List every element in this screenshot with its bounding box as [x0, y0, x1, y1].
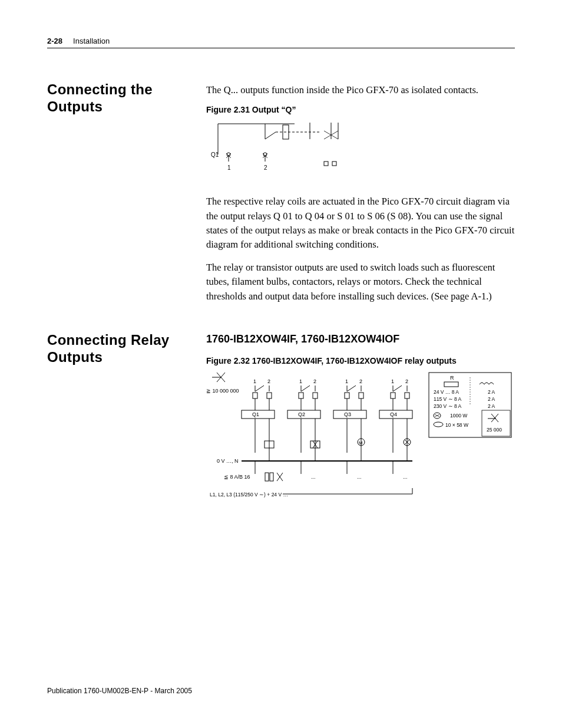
svg-rect-20 [405, 393, 409, 398]
svg-rect-15 [345, 393, 349, 398]
fuse-label: ≦ 8 A/B 16 [224, 474, 250, 480]
publication-footer: Publication 1760-UM002B-EN-P - March 200… [47, 687, 192, 695]
svg-text:...: ... [311, 474, 316, 480]
svg-rect-8 [267, 393, 272, 398]
zero-v-label: 0 V …, N [217, 458, 239, 464]
svg-rect-41 [444, 382, 458, 387]
svg-text:Q1: Q1 [252, 411, 259, 417]
svg-text:Q4: Q4 [390, 411, 397, 417]
q1-label: Q1 [211, 151, 219, 158]
life-cycles-label: ≧ 10 000 000 [206, 388, 239, 394]
supply-label: L1, L2, L3 (115/250 V ∼) + 24 V … [210, 492, 288, 498]
svg-rect-7 [253, 393, 257, 398]
intro-paragraph: The Q... outputs function inside the Pic… [206, 84, 515, 97]
svg-rect-12 [313, 393, 318, 398]
svg-rect-11 [299, 393, 303, 398]
svg-text:...: ... [357, 474, 362, 480]
ratings-box: R 24 V … 8 A 2 A 115 V ∼ 8 A 2 A 230 V ∼… [429, 373, 511, 437]
figure-2-31: Q1 1 2 [206, 119, 359, 184]
svg-text:2 A: 2 A [488, 403, 495, 409]
svg-rect-34 [265, 473, 269, 481]
svg-rect-19 [391, 393, 395, 398]
svg-text:R: R [450, 375, 454, 381]
svg-text:Q3: Q3 [344, 411, 351, 417]
running-head: 2-28 Installation [47, 37, 515, 48]
svg-text:1000 W: 1000 W [450, 413, 467, 419]
svg-text:M: M [359, 440, 363, 446]
section1-para1: The respective relay coils are actuated … [206, 195, 515, 252]
svg-text:10 × 58 W: 10 × 58 W [445, 422, 468, 428]
svg-rect-3 [324, 162, 328, 166]
svg-rect-4 [332, 162, 336, 166]
terminal-1-label: 1 [227, 164, 231, 171]
tube-icon [434, 422, 443, 427]
svg-text:230 V ∼  8 A: 230 V ∼ 8 A [434, 403, 462, 409]
svg-text:...: ... [403, 474, 408, 480]
bulb-icon [434, 413, 441, 419]
svg-text:2: 2 [313, 378, 316, 384]
terminal-2-label: 2 [264, 164, 267, 171]
relay-row: 1 2 1 2 [253, 378, 409, 410]
svg-text:1: 1 [391, 378, 394, 384]
svg-text:2: 2 [267, 378, 270, 384]
svg-point-50 [434, 422, 443, 427]
svg-rect-35 [270, 473, 273, 481]
svg-text:2: 2 [359, 378, 362, 384]
section-title-outputs: Connecting the Outputs [47, 81, 206, 116]
svg-text:2 A: 2 A [488, 396, 495, 402]
svg-text:24 V …  8 A: 24 V … 8 A [434, 389, 459, 395]
starter-icon [488, 414, 498, 422]
svg-text:1: 1 [253, 378, 256, 384]
figure-caption-2-31: Figure 2.31 Output “Q” [206, 105, 515, 114]
svg-text:25 000: 25 000 [487, 427, 502, 433]
page-number: 2-28 [47, 37, 62, 45]
svg-rect-16 [359, 393, 363, 398]
figure-2-32: ≧ 10 000 000 1 2 1 2 [206, 370, 513, 523]
svg-text:115 V ∼  8 A: 115 V ∼ 8 A [434, 396, 462, 402]
svg-text:1: 1 [299, 378, 302, 384]
figure-caption-2-32: Figure 2.32 1760-IB12XOW4IF, 1760-IB12XO… [206, 356, 515, 365]
svg-text:2: 2 [405, 378, 408, 384]
starter-icon [212, 373, 225, 382]
chapter-title: Installation [73, 37, 110, 45]
svg-text:1: 1 [345, 378, 348, 384]
section1-para2: The relay or transistor outputs are used… [206, 261, 515, 304]
svg-text:2 A: 2 A [488, 389, 495, 395]
section-title-relay-outputs: Connecting Relay Outputs [47, 332, 206, 366]
svg-text:Q2: Q2 [298, 411, 305, 417]
relay-model-heading: 1760-IB12XOW4IF, 1760-IB12XOW4IOF [206, 333, 515, 345]
